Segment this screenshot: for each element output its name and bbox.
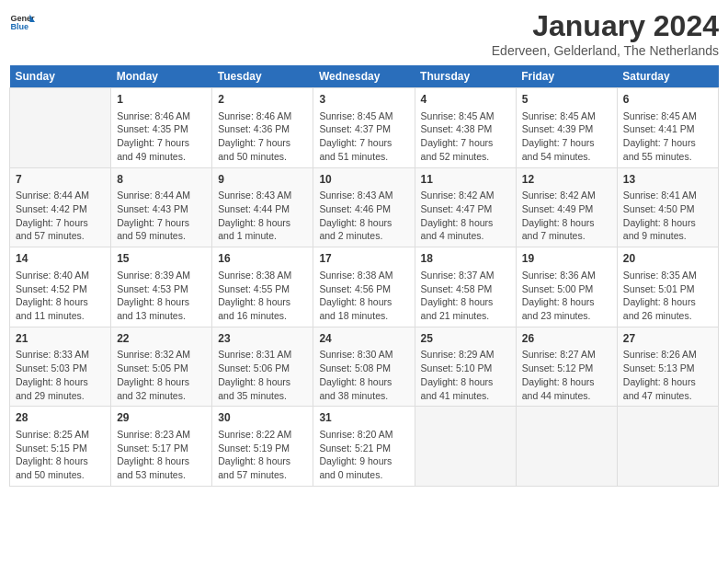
logo-icon: General Blue — [9, 9, 35, 35]
calendar-day-cell: 17Sunrise: 8:38 AM Sunset: 4:56 PM Dayli… — [313, 247, 415, 327]
day-info: Sunrise: 8:22 AM Sunset: 5:19 PM Dayligh… — [218, 428, 307, 482]
calendar-day-cell: 23Sunrise: 8:31 AM Sunset: 5:06 PM Dayli… — [212, 327, 313, 407]
day-number: 15 — [117, 251, 206, 267]
calendar-day-cell: 14Sunrise: 8:40 AM Sunset: 4:52 PM Dayli… — [10, 247, 111, 327]
day-info: Sunrise: 8:27 AM Sunset: 5:12 PM Dayligh… — [522, 348, 611, 402]
calendar-body: 1Sunrise: 8:46 AM Sunset: 4:35 PM Daylig… — [10, 88, 719, 487]
day-number: 22 — [117, 331, 206, 347]
day-info: Sunrise: 8:45 AM Sunset: 4:41 PM Dayligh… — [623, 109, 712, 164]
day-info: Sunrise: 8:40 AM Sunset: 4:52 PM Dayligh… — [16, 269, 105, 323]
day-info: Sunrise: 8:46 AM Sunset: 4:36 PM Dayligh… — [218, 109, 307, 164]
calendar-day-cell: 16Sunrise: 8:38 AM Sunset: 4:55 PM Dayli… — [212, 247, 313, 327]
day-info: Sunrise: 8:29 AM Sunset: 5:10 PM Dayligh… — [421, 348, 510, 402]
day-info: Sunrise: 8:41 AM Sunset: 4:50 PM Dayligh… — [623, 189, 712, 243]
calendar-day-cell: 21Sunrise: 8:33 AM Sunset: 5:03 PM Dayli… — [10, 327, 111, 407]
day-number: 19 — [522, 251, 611, 267]
day-number: 30 — [218, 410, 307, 426]
day-info: Sunrise: 8:39 AM Sunset: 4:53 PM Dayligh… — [117, 269, 206, 323]
day-number: 6 — [623, 92, 712, 108]
day-number: 27 — [623, 331, 712, 347]
day-number: 29 — [117, 410, 206, 426]
day-info: Sunrise: 8:36 AM Sunset: 5:00 PM Dayligh… — [522, 269, 611, 323]
calendar-day-cell: 20Sunrise: 8:35 AM Sunset: 5:01 PM Dayli… — [617, 247, 718, 327]
calendar-day-cell: 18Sunrise: 8:37 AM Sunset: 4:58 PM Dayli… — [415, 247, 516, 327]
calendar-day-cell: 25Sunrise: 8:29 AM Sunset: 5:10 PM Dayli… — [415, 327, 516, 407]
calendar-day-cell: 3Sunrise: 8:45 AM Sunset: 4:37 PM Daylig… — [313, 88, 415, 168]
calendar-day-cell: 8Sunrise: 8:44 AM Sunset: 4:43 PM Daylig… — [111, 167, 212, 247]
day-number: 7 — [16, 172, 105, 188]
day-number: 14 — [16, 251, 105, 267]
day-number: 9 — [218, 172, 307, 188]
day-number: 12 — [522, 172, 611, 188]
day-number: 20 — [623, 251, 712, 267]
calendar-day-cell: 10Sunrise: 8:43 AM Sunset: 4:46 PM Dayli… — [313, 167, 415, 247]
day-number: 17 — [319, 251, 408, 267]
day-info: Sunrise: 8:30 AM Sunset: 5:08 PM Dayligh… — [319, 348, 408, 402]
day-number: 5 — [522, 92, 611, 108]
day-info: Sunrise: 8:43 AM Sunset: 4:44 PM Dayligh… — [218, 189, 307, 243]
day-info: Sunrise: 8:42 AM Sunset: 4:47 PM Dayligh… — [421, 189, 510, 243]
calendar-day-cell — [10, 88, 111, 168]
calendar-day-cell: 30Sunrise: 8:22 AM Sunset: 5:19 PM Dayli… — [212, 407, 313, 487]
header: General Blue January 2024 Ederveen, Geld… — [9, 9, 719, 58]
calendar-week-row: 21Sunrise: 8:33 AM Sunset: 5:03 PM Dayli… — [10, 327, 719, 407]
day-number: 16 — [218, 251, 307, 267]
day-number: 18 — [421, 251, 510, 267]
weekday-header-row: SundayMondayTuesdayWednesdayThursdayFrid… — [10, 65, 719, 88]
day-info: Sunrise: 8:42 AM Sunset: 4:49 PM Dayligh… — [522, 189, 611, 243]
day-number: 25 — [421, 331, 510, 347]
day-info: Sunrise: 8:45 AM Sunset: 4:37 PM Dayligh… — [319, 109, 408, 164]
calendar-day-cell: 31Sunrise: 8:20 AM Sunset: 5:21 PM Dayli… — [313, 407, 415, 487]
day-number: 1 — [117, 92, 206, 108]
day-number: 23 — [218, 331, 307, 347]
weekday-header-cell: Friday — [516, 65, 617, 88]
calendar-day-cell: 2Sunrise: 8:46 AM Sunset: 4:36 PM Daylig… — [212, 88, 313, 168]
location-subtitle: Ederveen, Gelderland, The Netherlands — [492, 43, 719, 58]
title-area: January 2024 Ederveen, Gelderland, The N… — [492, 9, 719, 58]
calendar-day-cell — [617, 407, 718, 487]
day-number: 11 — [421, 172, 510, 188]
calendar-day-cell: 15Sunrise: 8:39 AM Sunset: 4:53 PM Dayli… — [111, 247, 212, 327]
calendar-day-cell — [516, 407, 617, 487]
weekday-header-cell: Tuesday — [212, 65, 313, 88]
day-info: Sunrise: 8:45 AM Sunset: 4:39 PM Dayligh… — [522, 109, 611, 164]
day-number: 31 — [319, 410, 408, 426]
day-info: Sunrise: 8:38 AM Sunset: 4:56 PM Dayligh… — [319, 269, 408, 323]
day-info: Sunrise: 8:31 AM Sunset: 5:06 PM Dayligh… — [218, 348, 307, 402]
calendar-day-cell: 12Sunrise: 8:42 AM Sunset: 4:49 PM Dayli… — [516, 167, 617, 247]
calendar-day-cell: 28Sunrise: 8:25 AM Sunset: 5:15 PM Dayli… — [10, 407, 111, 487]
weekday-header-cell: Sunday — [10, 65, 111, 88]
day-info: Sunrise: 8:45 AM Sunset: 4:38 PM Dayligh… — [421, 109, 510, 164]
calendar-day-cell: 19Sunrise: 8:36 AM Sunset: 5:00 PM Dayli… — [516, 247, 617, 327]
day-info: Sunrise: 8:25 AM Sunset: 5:15 PM Dayligh… — [16, 428, 105, 482]
day-number: 24 — [319, 331, 408, 347]
day-number: 13 — [623, 172, 712, 188]
day-info: Sunrise: 8:44 AM Sunset: 4:43 PM Dayligh… — [117, 189, 206, 243]
weekday-header-cell: Monday — [111, 65, 212, 88]
day-info: Sunrise: 8:43 AM Sunset: 4:46 PM Dayligh… — [319, 189, 408, 243]
calendar-day-cell: 1Sunrise: 8:46 AM Sunset: 4:35 PM Daylig… — [111, 88, 212, 168]
calendar-week-row: 1Sunrise: 8:46 AM Sunset: 4:35 PM Daylig… — [10, 88, 719, 168]
weekday-header-cell: Wednesday — [313, 65, 415, 88]
calendar-table: SundayMondayTuesdayWednesdayThursdayFrid… — [9, 65, 719, 487]
calendar-day-cell: 24Sunrise: 8:30 AM Sunset: 5:08 PM Dayli… — [313, 327, 415, 407]
day-info: Sunrise: 8:26 AM Sunset: 5:13 PM Dayligh… — [623, 348, 712, 402]
calendar-day-cell — [415, 407, 516, 487]
calendar-day-cell: 6Sunrise: 8:45 AM Sunset: 4:41 PM Daylig… — [617, 88, 718, 168]
day-info: Sunrise: 8:33 AM Sunset: 5:03 PM Dayligh… — [16, 348, 105, 402]
calendar-day-cell: 26Sunrise: 8:27 AM Sunset: 5:12 PM Dayli… — [516, 327, 617, 407]
day-info: Sunrise: 8:38 AM Sunset: 4:55 PM Dayligh… — [218, 269, 307, 323]
day-number: 21 — [16, 331, 105, 347]
day-info: Sunrise: 8:35 AM Sunset: 5:01 PM Dayligh… — [623, 269, 712, 323]
calendar-day-cell: 13Sunrise: 8:41 AM Sunset: 4:50 PM Dayli… — [617, 167, 718, 247]
calendar-day-cell: 22Sunrise: 8:32 AM Sunset: 5:05 PM Dayli… — [111, 327, 212, 407]
calendar-day-cell: 4Sunrise: 8:45 AM Sunset: 4:38 PM Daylig… — [415, 88, 516, 168]
logo: General Blue — [9, 9, 35, 35]
svg-text:Blue: Blue — [10, 22, 28, 31]
day-info: Sunrise: 8:23 AM Sunset: 5:17 PM Dayligh… — [117, 428, 206, 482]
day-number: 10 — [319, 172, 408, 188]
day-number: 4 — [421, 92, 510, 108]
weekday-header-cell: Saturday — [617, 65, 718, 88]
weekday-header-cell: Thursday — [415, 65, 516, 88]
day-info: Sunrise: 8:20 AM Sunset: 5:21 PM Dayligh… — [319, 428, 408, 482]
